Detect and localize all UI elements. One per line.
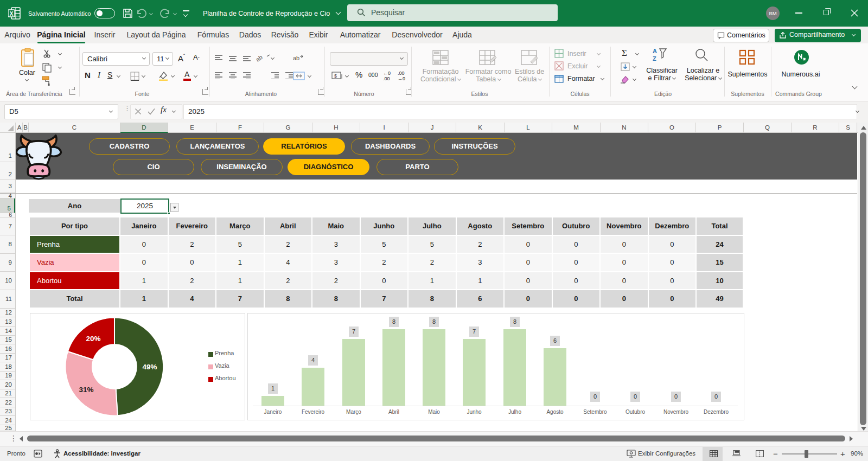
svg-text:A: A [653, 48, 657, 54]
svg-text:31%: 31% [79, 386, 93, 394]
svg-text:ab: ab [254, 54, 264, 62]
svg-text:20%: 20% [86, 335, 100, 343]
svg-text:49%: 49% [142, 363, 157, 371]
svg-text:Z: Z [653, 55, 656, 62]
svg-text:$: $ [334, 73, 337, 79]
svg-text:X: X [10, 11, 14, 17]
svg-text:ab: ab [293, 55, 299, 61]
